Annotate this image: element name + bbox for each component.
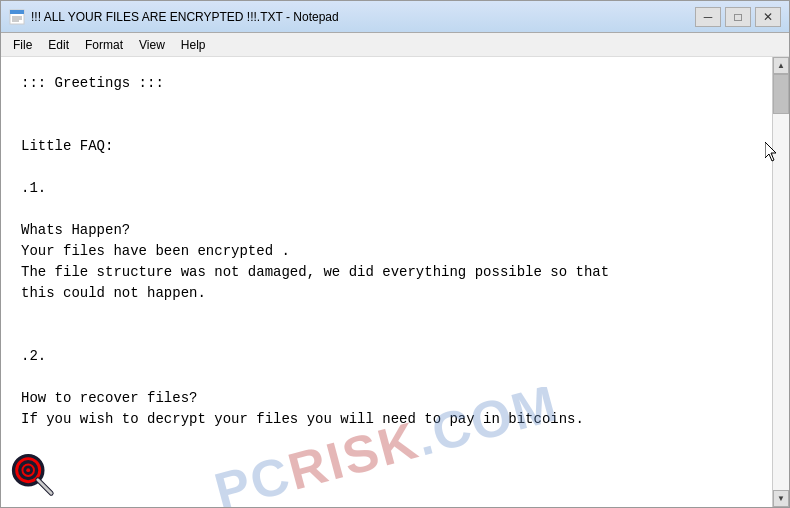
menu-bar: File Edit Format View Help: [1, 33, 789, 57]
menu-format[interactable]: Format: [77, 36, 131, 54]
content-area: ::: Greetings ::: Little FAQ: .1. Whats …: [1, 57, 789, 507]
title-bar: !!! ALL YOUR FILES ARE ENCRYPTED !!!.TXT…: [1, 1, 789, 33]
minimize-button[interactable]: ─: [695, 7, 721, 27]
svg-rect-1: [10, 10, 24, 14]
close-button[interactable]: ✕: [755, 7, 781, 27]
scroll-up-button[interactable]: ▲: [773, 57, 789, 74]
scrollbar-track[interactable]: [773, 74, 789, 490]
text-editor[interactable]: ::: Greetings ::: Little FAQ: .1. Whats …: [1, 57, 772, 507]
menu-file[interactable]: File: [5, 36, 40, 54]
vertical-scrollbar[interactable]: ▲ ▼: [772, 57, 789, 507]
window-title: !!! ALL YOUR FILES ARE ENCRYPTED !!!.TXT…: [31, 10, 695, 24]
menu-edit[interactable]: Edit: [40, 36, 77, 54]
scroll-down-button[interactable]: ▼: [773, 490, 789, 507]
window-controls: ─ □ ✕: [695, 7, 781, 27]
maximize-button[interactable]: □: [725, 7, 751, 27]
menu-help[interactable]: Help: [173, 36, 214, 54]
menu-view[interactable]: View: [131, 36, 173, 54]
notepad-window: !!! ALL YOUR FILES ARE ENCRYPTED !!!.TXT…: [0, 0, 790, 508]
window-icon: [9, 9, 25, 25]
scrollbar-thumb[interactable]: [773, 74, 789, 114]
